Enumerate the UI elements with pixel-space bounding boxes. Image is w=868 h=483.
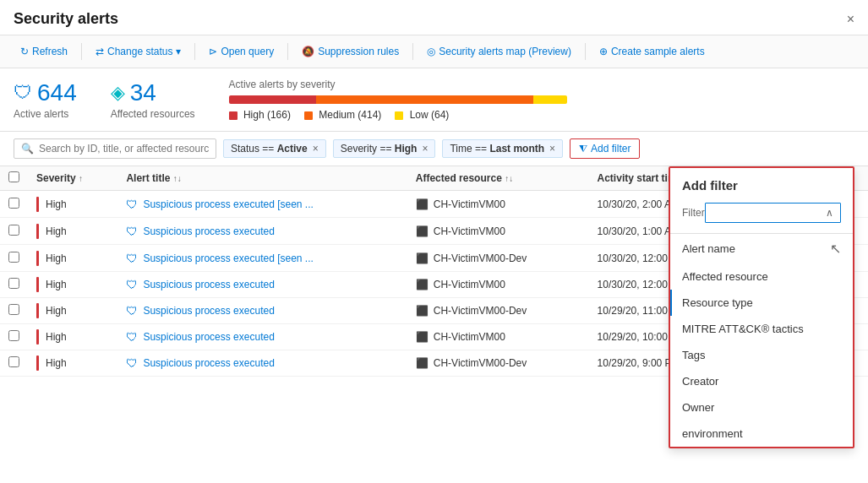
resource-name-1: CH-VictimVM00 [434, 225, 505, 237]
alert-title-cell-4[interactable]: 🛡 Suspicious process executed [117, 298, 407, 324]
alert-title-cell-3[interactable]: 🛡 Suspicious process executed [117, 272, 407, 298]
resource-sort-icon: ↑↓ [505, 174, 513, 183]
severity-value-0: High [46, 198, 67, 210]
medium-legend: Medium (414) [304, 109, 381, 121]
main-content: Severity ↑ Alert title ↑↓ Affected resou… [0, 166, 868, 480]
status-filter-remove[interactable]: × [313, 143, 319, 155]
high-bar [229, 95, 316, 104]
row-checkbox-3[interactable] [8, 278, 19, 289]
row-checkbox-cell[interactable] [0, 245, 28, 272]
resource-icon: ◈ [111, 82, 125, 104]
alert-icon-0: 🛡 [126, 198, 138, 211]
severity-value-5: High [46, 331, 67, 343]
alert-text-6: Suspicious process executed [143, 357, 274, 369]
row-checkbox-0[interactable] [8, 198, 19, 209]
suppression-icon: 🔕 [302, 46, 314, 57]
alert-title-cell-2[interactable]: 🛡 Suspicious process executed [seen ... [117, 245, 407, 272]
row-checkbox-cell[interactable] [0, 218, 28, 245]
filter-field-label: Filter [682, 207, 705, 219]
add-filter-dropdown: Add filter Filter ∧ Alert name ↖ Affecte… [669, 166, 854, 448]
severity-cell-0: High [28, 191, 117, 218]
row-checkbox-2[interactable] [8, 252, 19, 263]
dropdown-title: Add filter [670, 168, 853, 198]
alert-text-1: Suspicious process executed [143, 225, 274, 237]
row-checkbox-cell[interactable] [0, 272, 28, 298]
search-input[interactable] [39, 143, 209, 155]
close-button[interactable]: × [847, 12, 854, 27]
alert-icon-5: 🛡 [126, 330, 138, 344]
severity-filter-label: Severity == High [341, 143, 418, 155]
time-filter-label: Time == Last month [450, 143, 544, 155]
toolbar: ↻ Refresh ⇄ Change status ▾ ⊳ Open query… [0, 35, 868, 68]
row-checkbox-4[interactable] [8, 304, 19, 315]
alerts-map-button[interactable]: ◎ Security alerts map (Preview) [420, 42, 578, 61]
alert-icon-3: 🛡 [126, 278, 138, 291]
filter-select-box[interactable]: ∧ [705, 203, 841, 223]
affected-resource-header[interactable]: Affected resource ↑↓ [407, 166, 589, 191]
filter-option-list: Alert name ↖ Affected resource Resource … [670, 233, 853, 447]
active-alerts-number: 644 [37, 79, 77, 106]
row-checkbox-6[interactable] [8, 356, 19, 367]
severity-legend: High (166) Medium (414) Low (64) [229, 109, 854, 121]
filter-option-environment[interactable]: environment [670, 421, 853, 447]
open-query-icon: ⊳ [209, 46, 217, 57]
filter-option-creator[interactable]: Creator [670, 368, 853, 394]
suppression-rules-button[interactable]: 🔕 Suppression rules [295, 42, 406, 61]
open-query-button[interactable]: ⊳ Open query [202, 42, 281, 61]
filter-select-value [712, 207, 715, 219]
row-checkbox-cell[interactable] [0, 191, 28, 218]
map-icon: ◎ [427, 46, 435, 57]
alert-text-4: Suspicious process executed [143, 305, 274, 317]
select-all-checkbox[interactable] [8, 171, 19, 182]
resource-name-3: CH-VictimVM00 [434, 279, 505, 290]
filter-option-mitre[interactable]: MITRE ATT&CK® tactics [670, 316, 853, 342]
alert-sort-icon: ↑↓ [173, 174, 182, 183]
alert-icon-1: 🛡 [126, 225, 138, 238]
sample-alerts-button[interactable]: ⊕ Create sample alerts [592, 42, 712, 61]
change-status-button[interactable]: ⇄ Change status ▾ [89, 42, 188, 61]
alert-title-cell-0[interactable]: 🛡 Suspicious process executed [seen ... [117, 191, 407, 218]
cursor-icon: ↖ [830, 241, 841, 257]
resource-cell-1: ⬛ CH-VictimVM00 [407, 218, 589, 245]
toolbar-divider-4 [412, 43, 413, 60]
severity-header[interactable]: Severity ↑ [28, 166, 117, 191]
alert-text-5: Suspicious process executed [143, 331, 274, 343]
row-checkbox-cell[interactable] [0, 298, 28, 324]
filter-option-resource-type[interactable]: Resource type [670, 290, 853, 316]
add-filter-button[interactable]: ⧨ Add filter [570, 138, 640, 159]
select-all-header[interactable] [0, 166, 28, 191]
environment-label: environment [682, 427, 743, 440]
severity-indicator-2 [36, 251, 39, 266]
stats-bar: 🛡 644 Active alerts ◈ 34 Affected resour… [0, 68, 868, 132]
row-checkbox-cell[interactable] [0, 324, 28, 350]
refresh-button[interactable]: ↻ Refresh [14, 42, 74, 61]
active-alerts-stat: 🛡 644 Active alerts [14, 79, 77, 120]
shield-icon: 🛡 [14, 82, 32, 104]
alert-title-cell-5[interactable]: 🛡 Suspicious process executed [117, 324, 407, 350]
affected-resources-number: 34 [130, 79, 156, 106]
severity-filter-remove[interactable]: × [422, 143, 428, 155]
row-checkbox-5[interactable] [8, 330, 19, 341]
alert-title-cell-6[interactable]: 🛡 Suspicious process executed [117, 350, 407, 377]
filter-option-owner[interactable]: Owner [670, 394, 853, 421]
alert-icon-2: 🛡 [126, 252, 138, 265]
row-checkbox-1[interactable] [8, 225, 19, 236]
resource-name-2: CH-VictimVM00-Dev [434, 252, 527, 264]
low-legend-dot [395, 111, 403, 120]
resource-cell-4: ⬛ CH-VictimVM00-Dev [407, 298, 589, 324]
search-box[interactable]: 🔍 [14, 138, 216, 159]
filter-icon: ⧨ [579, 143, 587, 155]
resource-cell-2: ⬛ CH-VictimVM00-Dev [407, 245, 589, 272]
search-icon: 🔍 [21, 143, 34, 155]
filter-option-tags[interactable]: Tags [670, 342, 853, 368]
resource-icon-6: ⬛ [416, 357, 429, 369]
medium-bar [316, 95, 533, 104]
severity-indicator-5 [36, 329, 39, 345]
filter-option-alert-name[interactable]: Alert name ↖ [670, 234, 853, 263]
row-checkbox-cell[interactable] [0, 350, 28, 377]
filter-option-affected-resource[interactable]: Affected resource [670, 263, 853, 290]
time-filter-remove[interactable]: × [549, 143, 555, 155]
alert-title-header[interactable]: Alert title ↑↓ [117, 166, 407, 191]
tags-label: Tags [682, 349, 705, 361]
alert-title-cell-1[interactable]: 🛡 Suspicious process executed [117, 218, 407, 245]
